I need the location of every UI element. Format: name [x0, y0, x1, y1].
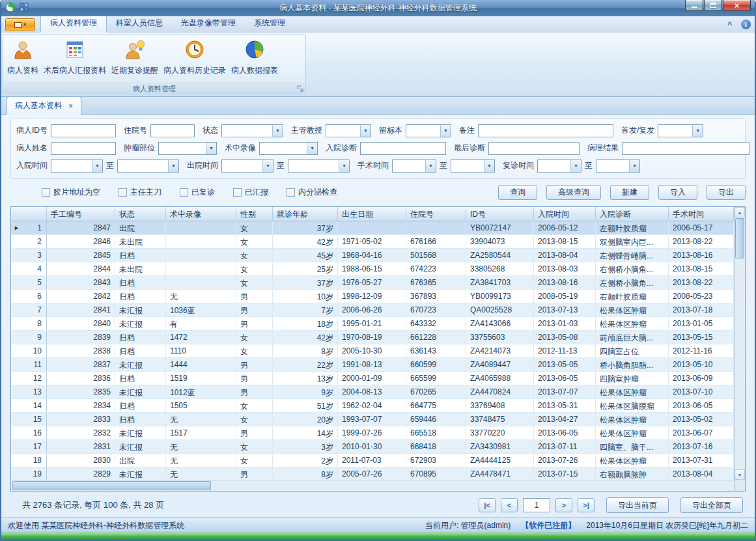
cell[interactable]: 2013-08-15 — [669, 262, 734, 275]
dropdown-arrow-icon[interactable]: ▾ — [92, 160, 102, 172]
cell[interactable]: 367893 — [406, 290, 466, 303]
cell[interactable]: 2847 — [47, 221, 115, 234]
cell[interactable]: 松果体区肿瘤 — [596, 317, 669, 330]
cell[interactable]: YB0099173 — [466, 290, 534, 303]
cell[interactable]: 松果体区肿瘤 — [596, 303, 669, 316]
cell[interactable]: 2013-08-16 — [669, 249, 734, 262]
cell[interactable]: 659446 — [406, 413, 466, 426]
first-recur-select[interactable]: ▾ — [658, 124, 703, 137]
patient-name-input[interactable] — [51, 142, 116, 155]
cell[interactable]: 1995-01-21 — [338, 317, 406, 330]
checkbox-endocrine-exam[interactable]: 内分泌检查 — [287, 187, 337, 198]
cell[interactable]: QA0025528 — [466, 303, 534, 316]
cell[interactable]: 右颞叶胶质瘤 — [596, 290, 669, 303]
cell[interactable]: 2839 — [47, 331, 115, 344]
cell[interactable] — [166, 221, 236, 234]
cell[interactable]: 2013-08-22 — [669, 276, 734, 289]
vertical-scrollbar[interactable]: ▲ ▼ — [734, 207, 745, 491]
cell[interactable]: 37岁 — [273, 221, 338, 234]
cell[interactable]: 男 — [236, 385, 273, 398]
cell[interactable]: 2843 — [47, 276, 115, 289]
cell[interactable]: 出院 — [115, 221, 166, 234]
scroll-up-button[interactable]: ▲ — [735, 207, 745, 217]
cell[interactable]: 2013-07-15 — [534, 467, 596, 480]
cell[interactable]: 男 — [236, 358, 273, 371]
cell[interactable]: 33904073 — [466, 235, 534, 248]
cell[interactable]: 归档 — [115, 276, 166, 289]
cell[interactable]: 无 — [166, 413, 236, 426]
table-row[interactable]: 182830出院无女2岁2011-07-03672903ZA4444125201… — [11, 454, 734, 467]
cell[interactable]: 右侧桥小脑角... — [596, 262, 669, 275]
cell[interactable]: 无 — [166, 454, 236, 467]
advanced-query-button[interactable]: 高级查询 — [546, 185, 601, 200]
cell[interactable]: 33805268 — [466, 262, 534, 275]
cell[interactable]: 2013-01-05 — [669, 317, 734, 330]
cell[interactable]: 2012-11-13 — [534, 344, 596, 357]
cell[interactable]: 2013-06-05 — [534, 426, 596, 439]
scroll-down-button[interactable]: ▼ — [735, 469, 745, 480]
cell[interactable]: 2844 — [47, 262, 115, 275]
patient-data-button[interactable]: 病人资料 — [5, 36, 41, 83]
cell[interactable]: 661228 — [406, 331, 466, 344]
cell[interactable]: 女 — [236, 344, 273, 357]
cell[interactable]: 左侧桥小脑角... — [596, 276, 669, 289]
cell[interactable]: 2006-06-26 — [338, 303, 406, 316]
cell[interactable]: 男 — [236, 467, 273, 480]
cell[interactable] — [406, 221, 466, 234]
cell[interactable]: 归档 — [115, 344, 166, 357]
cell[interactable]: ZA4478471 — [466, 467, 534, 480]
cell[interactable]: 男 — [236, 372, 273, 385]
cell[interactable]: 2013-06-05 — [669, 399, 734, 412]
cell[interactable]: 672903 — [406, 454, 466, 467]
dropdown-arrow-icon[interactable]: ▾ — [484, 160, 494, 172]
cell[interactable]: 42岁 — [273, 235, 338, 248]
collapse-ribbon-icon[interactable]: ^ — [727, 20, 732, 29]
dropdown-arrow-icon[interactable]: ▾ — [339, 160, 349, 172]
cell[interactable]: 未出院 — [115, 262, 166, 275]
quick-access-icon[interactable] — [20, 3, 29, 14]
cell[interactable]: 2013-06-07 — [669, 426, 734, 439]
horizontal-scrollbar-thumb[interactable] — [12, 481, 211, 490]
cell[interactable]: 2013-08-15 — [534, 235, 596, 248]
cell[interactable]: 2013-05-02 — [669, 413, 734, 426]
cell[interactable]: 左额叶胶质瘤 — [596, 221, 669, 234]
status-select[interactable]: ▾ — [221, 124, 283, 137]
cell[interactable]: 13岁 — [273, 372, 338, 385]
cell[interactable]: 未汇报 — [115, 467, 166, 480]
cell[interactable]: 14岁 — [273, 426, 338, 439]
cell[interactable]: 女 — [236, 331, 273, 344]
column-header[interactable]: 术中录像 — [166, 207, 236, 221]
tab-close-icon[interactable]: × — [68, 102, 73, 110]
cell[interactable]: 男 — [236, 290, 273, 303]
discharge-time-to-select[interactable]: ▾ — [288, 160, 350, 173]
cell[interactable]: 男 — [236, 426, 273, 439]
page-number-input[interactable] — [523, 498, 550, 512]
data-report-button[interactable]: 病人数据报表 — [229, 36, 281, 83]
column-header[interactable]: ID号 — [466, 207, 534, 221]
maximize-button[interactable] — [704, 0, 722, 11]
table-row[interactable]: 122836归档1519男13岁2000-01-09665599ZA406598… — [11, 372, 734, 385]
cell[interactable]: 1517 — [166, 426, 236, 439]
cell[interactable]: 45岁 — [273, 249, 338, 262]
app-menu-button[interactable]: ▾ — [5, 18, 35, 31]
cell[interactable]: 3岁 — [273, 440, 338, 453]
cell[interactable]: 归档 — [115, 372, 166, 385]
cell[interactable]: 女 — [236, 413, 273, 426]
cell[interactable]: 33769408 — [466, 399, 534, 412]
cell[interactable]: ZA4470824 — [466, 385, 534, 398]
cell[interactable]: ZA3430981 — [466, 440, 534, 453]
cell[interactable]: 676365 — [406, 276, 466, 289]
dropdown-arrow-icon[interactable]: ▾ — [206, 143, 216, 154]
cell[interactable]: 女 — [236, 235, 273, 248]
table-row[interactable]: 192829未汇报无男8岁2005-07-26670895ZA447847120… — [11, 467, 734, 480]
cell[interactable]: 2830 — [47, 454, 115, 467]
tab-patient-basic-data[interactable]: 病人基本资料 × — [7, 96, 81, 115]
cell[interactable]: 双侧脑室内巨... — [596, 235, 669, 248]
ribbon-tab-disc-management[interactable]: 光盘录像带管理 — [172, 15, 245, 32]
cell[interactable] — [166, 249, 236, 262]
query-button[interactable]: 查询 — [498, 185, 537, 200]
cell[interactable]: 1505 — [166, 399, 236, 412]
cell[interactable]: 归档 — [115, 331, 166, 344]
surgery-time-to-select[interactable]: ▾ — [451, 160, 495, 173]
cell[interactable]: 37岁 — [273, 276, 338, 289]
